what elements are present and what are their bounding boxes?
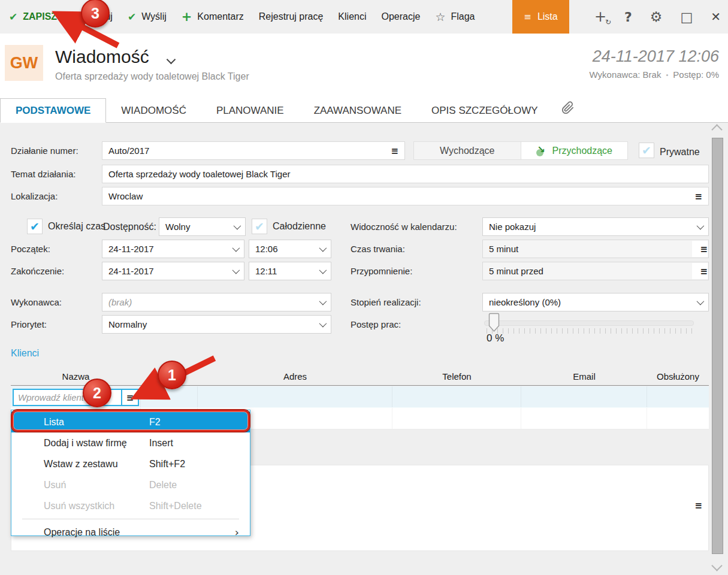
progress-slider-thumb[interactable]	[488, 313, 500, 335]
direction-toggle: Wychodzące ↘ Przychodzące	[413, 141, 628, 160]
specify-time-checkbox[interactable]: ✔	[27, 219, 43, 234]
scroll-up-icon[interactable]	[711, 124, 722, 135]
activity-number-input[interactable]: Auto/2017 ≡	[102, 141, 405, 160]
outgoing-button[interactable]: Wychodzące	[414, 142, 521, 159]
completion-stage-select[interactable]: nieokreślony (0%)	[482, 293, 709, 311]
progress-slider-track[interactable]	[484, 320, 694, 326]
flag-button[interactable]: ☆ Flaga	[435, 10, 475, 23]
tab-zaawansowane[interactable]: ZAAWANSOWANE	[299, 99, 416, 122]
help-icon[interactable]: ?	[624, 10, 632, 25]
check-glyph: ✔	[255, 220, 264, 233]
refresh-glyph: ↻	[605, 18, 611, 26]
menu-item-label: Usuń	[11, 480, 66, 491]
toolbar: ✔ ZAPISZ ✕ Anuluj ✔ Wyślij + Komentarz R…	[0, 0, 728, 34]
availability-select[interactable]: Wolny	[159, 217, 246, 236]
start-date-select[interactable]: 24-11-2017	[102, 240, 244, 258]
col-header-adres[interactable]: Adres	[198, 368, 392, 385]
clients-label: Klienci	[338, 11, 366, 22]
specify-time-label: Określaj czas	[48, 219, 105, 234]
save-label: ZAPISZ	[23, 11, 57, 22]
lista-button[interactable]: ≡ Lista	[512, 0, 569, 34]
activity-number-value: Auto/2017	[108, 146, 149, 156]
close-icon[interactable]: ✕	[711, 10, 721, 24]
tab-opis-szczegolowy[interactable]: OPIS SZCZEGÓŁOWY	[416, 99, 553, 122]
tab-wiadomosc[interactable]: WIADOMOŚĆ	[106, 99, 201, 122]
hamburger-icon[interactable]: ≡	[700, 266, 708, 277]
settings-gear-icon[interactable]: ⚙	[650, 9, 663, 25]
hamburger-icon[interactable]: ≡	[694, 500, 702, 511]
incoming-arrow-icon: ↘	[536, 146, 547, 156]
priority-value: Normalny	[108, 319, 147, 329]
send-label: Wyślij	[141, 11, 167, 22]
scroll-down-icon[interactable]	[711, 560, 722, 571]
maximize-icon[interactable]: □	[680, 10, 693, 25]
menu-item-dodaj-i-wstaw-firme[interactable]: Dodaj i wstaw firmę Insert	[11, 432, 250, 453]
completion-stage-label: Stopień realizacji:	[351, 293, 421, 311]
check-icon: ✔	[9, 11, 17, 23]
incoming-button[interactable]: ↘ Przychodzące	[521, 142, 628, 159]
all-day-checkbox[interactable]: ✔	[252, 219, 267, 234]
client-lookup-button[interactable]: ≡	[121, 390, 138, 405]
clients-table-header: Nazwa Typ Adres Telefon Email Obsłużony	[11, 368, 709, 386]
comment-button[interactable]: + Komentarz	[182, 10, 244, 24]
add-window-icon[interactable]: + ↻	[594, 8, 606, 25]
hamburger-icon[interactable]: ≡	[700, 244, 708, 255]
menu-item-operacje-na-liscie[interactable]: Operacje na liście ›	[11, 522, 250, 543]
duration-value: 5 minut	[489, 244, 518, 254]
register-work-button[interactable]: Rejestruj pracę	[259, 11, 324, 22]
scrollbar-thumb[interactable]	[712, 138, 723, 554]
private-label: Prywatne	[660, 143, 700, 161]
calendar-visibility-label: Widoczność w kalendarzu:	[351, 217, 457, 236]
check-icon: ✔	[128, 11, 136, 23]
end-date-select[interactable]: 24-11-2017	[102, 262, 244, 280]
location-input[interactable]: Wroclaw ≡	[102, 187, 709, 205]
executor-value: (brak)	[108, 297, 132, 307]
end-date-value: 24-11-2017	[108, 266, 154, 276]
end-time-select[interactable]: 12:11	[249, 262, 331, 280]
plus-icon: +	[182, 10, 192, 24]
subject-input[interactable]: Oferta sprzedaży wody toaletowej Black T…	[102, 165, 709, 183]
clients-button[interactable]: Klienci	[338, 11, 366, 22]
hamburger-icon[interactable]: ≡	[694, 191, 702, 202]
start-time-select[interactable]: 12:06	[249, 240, 331, 258]
executor-select[interactable]: (brak)	[102, 293, 331, 311]
operations-label: Operacje	[381, 11, 420, 22]
menu-item-wstaw-z-zestawu[interactable]: Wstaw z zestawu Shift+F2	[11, 453, 250, 474]
flag-label: Flaga	[451, 11, 475, 22]
tab-podstawowe[interactable]: PODSTAWOWE	[0, 98, 106, 123]
table-row[interactable]: ≡	[11, 386, 709, 408]
col-header-nazwa[interactable]: Nazwa	[11, 368, 141, 385]
record-meta: Wykonawca: Brak • Postęp: 0%	[590, 69, 719, 80]
start-label: Początek:	[11, 240, 50, 258]
subject-label: Temat działania:	[11, 165, 75, 183]
location-label: Lokalizacja:	[11, 187, 58, 205]
page-title: Wiadomość	[55, 47, 149, 67]
annotation-badge-2: 2	[83, 379, 111, 407]
menu-item-shortcut: Shift+Delete	[149, 501, 202, 512]
chevron-down-icon[interactable]	[167, 55, 176, 65]
progress-meta: Postęp: 0%	[673, 69, 719, 80]
end-label: Zakończenie:	[11, 262, 64, 280]
col-header-email[interactable]: Email	[521, 368, 647, 385]
save-button[interactable]: ✔ ZAPISZ	[9, 11, 57, 23]
duration-field[interactable]: 5 minut ≡	[482, 240, 709, 258]
send-button[interactable]: ✔ Wyślij	[128, 11, 167, 23]
menu-item-label: Operacje na liście	[11, 527, 120, 538]
col-header-telefon[interactable]: Telefon	[392, 368, 521, 385]
lista-label: Lista	[537, 11, 558, 22]
priority-select[interactable]: Normalny	[102, 315, 331, 334]
reminder-field[interactable]: 5 minut przed ≡	[482, 262, 709, 280]
calendar-visibility-select[interactable]: Nie pokazuj	[482, 217, 709, 236]
operations-button[interactable]: Operacje	[381, 11, 420, 22]
col-header-obsluzony[interactable]: Obsłużony	[647, 368, 709, 385]
hamburger-icon[interactable]: ≡	[391, 146, 398, 156]
progress-slider-ticks	[487, 328, 694, 334]
tab-planowanie[interactable]: PLANOWANIE	[201, 99, 299, 122]
all-day-label: Całodzienne	[273, 219, 326, 234]
check-glyph: ✔	[30, 220, 40, 233]
private-checkbox[interactable]: ✔	[639, 143, 654, 158]
paperclip-icon[interactable]	[561, 101, 575, 117]
comment-label: Komentarz	[197, 11, 243, 22]
bullet-separator: •	[666, 71, 668, 78]
clients-section-title: Klienci	[11, 348, 39, 359]
